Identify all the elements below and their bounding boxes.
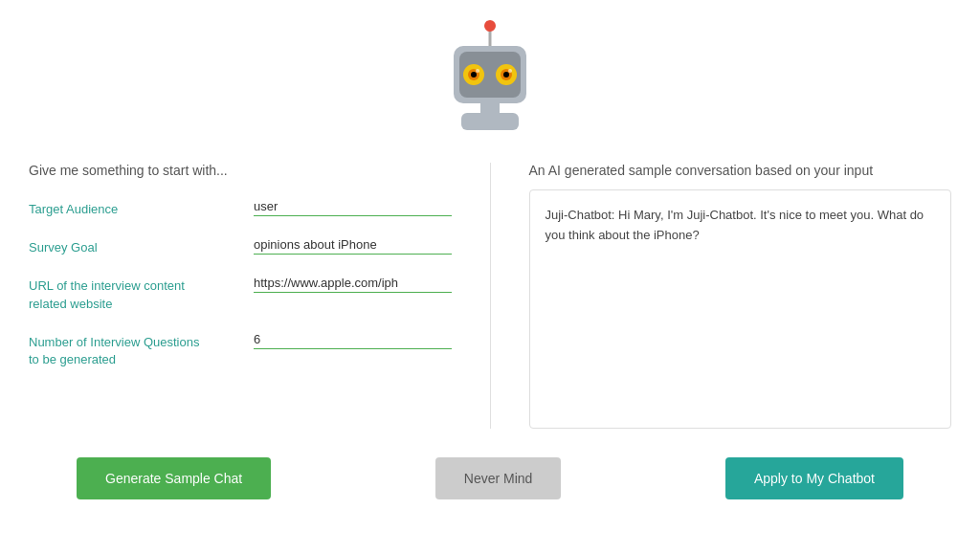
ai-section-title: An AI generated sample conversation base… xyxy=(529,163,952,178)
questions-row: Number of Interview Questions to be gene… xyxy=(29,330,452,368)
intro-text: Give me something to start with... xyxy=(29,163,452,178)
svg-rect-12 xyxy=(480,103,500,113)
svg-point-9 xyxy=(503,72,509,78)
url-input[interactable] xyxy=(254,274,452,293)
generate-sample-chat-button[interactable]: Generate Sample Chat xyxy=(77,457,271,499)
url-row: URL of the interview content related web… xyxy=(29,274,452,312)
right-panel: An AI generated sample conversation base… xyxy=(520,163,962,429)
chat-text: Juji-Chatbot: Hi Mary, I'm Juji-Chatbot.… xyxy=(546,208,924,242)
bottom-buttons: Generate Sample Chat Never Mind Apply to… xyxy=(0,429,980,519)
never-mind-button[interactable]: Never Mind xyxy=(435,457,562,499)
svg-point-1 xyxy=(484,20,496,32)
target-audience-row: Target Audience xyxy=(29,197,452,218)
robot-header xyxy=(0,0,980,153)
survey-goal-row: Survey Goal xyxy=(29,235,452,256)
questions-input[interactable] xyxy=(254,330,452,349)
svg-rect-13 xyxy=(461,113,519,130)
robot-icon xyxy=(433,19,547,144)
svg-point-10 xyxy=(476,69,479,73)
target-audience-input[interactable] xyxy=(254,197,452,216)
left-panel: Give me something to start with... Targe… xyxy=(19,163,461,429)
survey-goal-label: Survey Goal xyxy=(29,235,254,256)
chat-box: Juji-Chatbot: Hi Mary, I'm Juji-Chatbot.… xyxy=(529,189,952,429)
main-content: Give me something to start with... Targe… xyxy=(0,153,980,429)
questions-label: Number of Interview Questions to be gene… xyxy=(29,330,254,368)
svg-point-8 xyxy=(471,72,477,78)
svg-point-11 xyxy=(508,69,512,73)
target-audience-label: Target Audience xyxy=(29,197,254,218)
url-label: URL of the interview content related web… xyxy=(29,274,254,312)
apply-to-chatbot-button[interactable]: Apply to My Chatbot xyxy=(725,457,903,499)
vertical-divider xyxy=(490,163,491,429)
survey-goal-input[interactable] xyxy=(254,235,452,255)
